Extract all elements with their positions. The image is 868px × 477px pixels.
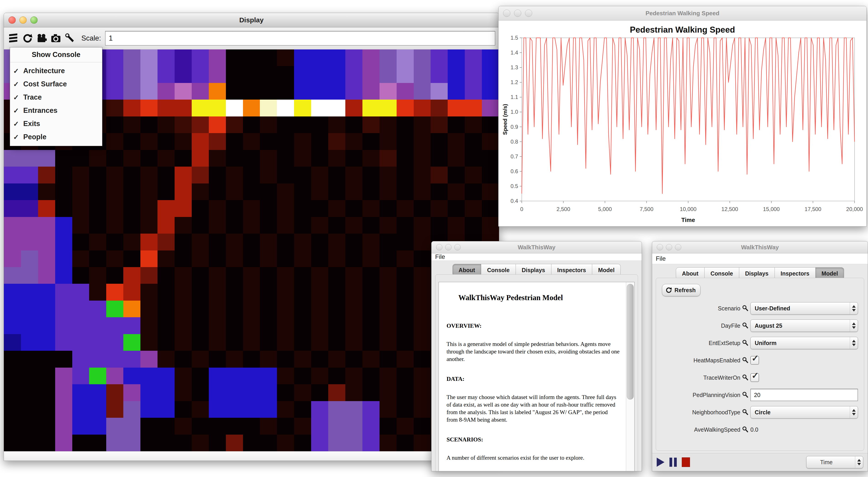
- menu-item-exits[interactable]: ✓Exits: [10, 117, 102, 130]
- heatmap-cell: [379, 117, 397, 133]
- minimize-button[interactable]: [20, 17, 27, 24]
- heatmap-cell: [21, 317, 38, 334]
- svg-text:0.9: 0.9: [510, 124, 518, 130]
- inspect-probe-icon[interactable]: [740, 426, 750, 433]
- dayfile-select[interactable]: August 25: [750, 320, 858, 332]
- menu-item-people[interactable]: ✓People: [10, 130, 102, 144]
- inspect-probe-icon[interactable]: [740, 322, 750, 329]
- heatmap-cell: [106, 267, 123, 284]
- close-button[interactable]: [436, 244, 442, 251]
- close-button[interactable]: [657, 244, 663, 251]
- close-button[interactable]: [503, 9, 510, 17]
- zoom-button[interactable]: [525, 9, 532, 17]
- heatmap-cell: [192, 267, 209, 284]
- heatmap-cell: [397, 167, 414, 183]
- heatmap-cell: [311, 100, 328, 116]
- heatmap-cell: [123, 267, 141, 284]
- pedplanningvision-input[interactable]: 20: [750, 389, 858, 401]
- file-menu[interactable]: File: [656, 255, 666, 262]
- heatmap-cell: [157, 351, 175, 368]
- heatmap-cell: [106, 117, 123, 133]
- heatmap-cell: [243, 66, 260, 83]
- field-row-pedplanningvision: PedPlanningVision20: [658, 389, 858, 401]
- heatmap-cell: [311, 150, 328, 167]
- menu-item-show-console[interactable]: Show Console: [10, 47, 102, 62]
- heatmap-cell: [38, 251, 55, 267]
- file-menu[interactable]: File: [435, 253, 445, 260]
- neighborhoodtype-select[interactable]: Circle: [750, 406, 858, 418]
- scale-input[interactable]: 1: [105, 31, 495, 45]
- heatmap-cell: [209, 401, 226, 418]
- movie-camera-icon[interactable]: [36, 32, 48, 44]
- heatmap-cell: [260, 418, 277, 434]
- heatmap-cell: [72, 334, 89, 351]
- svg-text:1.3: 1.3: [510, 64, 518, 70]
- heatmapsenabled-checkbox[interactable]: ✓: [750, 356, 759, 364]
- heatmap-cell: [482, 184, 499, 200]
- zoom-button[interactable]: [675, 244, 681, 251]
- heatmap-cell: [294, 184, 311, 200]
- heatmap-cell: [175, 117, 192, 133]
- menu-item-architecture[interactable]: ✓Architecture: [10, 64, 102, 77]
- heatmap-cell: [4, 217, 21, 233]
- pause-button[interactable]: [670, 457, 677, 467]
- zoom-button[interactable]: [30, 17, 38, 24]
- minimize-button[interactable]: [445, 244, 452, 251]
- zoom-button[interactable]: [454, 244, 461, 251]
- menu-item-trace[interactable]: ✓Trace: [10, 91, 102, 104]
- chart-titlebar[interactable]: Pedestrian Walking Speed: [498, 6, 866, 21]
- heatmap-cell: [431, 83, 448, 100]
- inspect-probe-icon[interactable]: [740, 357, 750, 364]
- heatmap-cell: [89, 184, 106, 200]
- entextsetup-select[interactable]: Uniform: [750, 337, 858, 349]
- minimize-button[interactable]: [514, 9, 521, 17]
- tracewriteron-checkbox[interactable]: ✓: [750, 373, 759, 382]
- about-titlebar[interactable]: WalkThisWay: [432, 241, 642, 253]
- heatmap-cell: [363, 83, 379, 100]
- heatmap-cell: [294, 267, 311, 284]
- time-selector-value: Time: [820, 459, 855, 466]
- time-display-selector[interactable]: Time: [806, 456, 863, 468]
- heatmap-cell: [260, 233, 277, 250]
- scenario-select[interactable]: User-Defined: [750, 302, 858, 315]
- model-window-title: WalkThisWay: [741, 244, 779, 251]
- menu-item-cost-surface[interactable]: ✓Cost Surface: [10, 77, 102, 91]
- inspect-probe-icon[interactable]: [740, 305, 750, 312]
- scrollbar-thumb[interactable]: [627, 284, 634, 400]
- heatmap-cell: [345, 117, 363, 133]
- inspect-probe-icon[interactable]: [740, 409, 750, 416]
- heatmap-cell: [55, 184, 72, 200]
- heatmap-cell: [363, 66, 379, 83]
- heatmap-cell: [277, 351, 294, 368]
- heatmap-cell: [106, 217, 123, 233]
- minimize-button[interactable]: [666, 244, 672, 251]
- heatmap-cell: [345, 401, 363, 418]
- stop-button[interactable]: [682, 457, 690, 467]
- play-button[interactable]: [657, 457, 664, 467]
- inspect-probe-icon[interactable]: [740, 391, 750, 399]
- close-button[interactable]: [8, 17, 16, 24]
- about-panel: WalkThisWay Pedestrian ModelOVERVIEW:Thi…: [435, 275, 638, 471]
- menu-item-entrances[interactable]: ✓Entrances: [10, 104, 102, 117]
- heatmap-cell: [482, 217, 499, 233]
- snapshot-camera-icon[interactable]: [50, 32, 62, 44]
- heatmap-cell: [38, 150, 55, 167]
- refresh-icon[interactable]: [22, 32, 33, 44]
- layers-icon[interactable]: [7, 32, 20, 44]
- refresh-button[interactable]: Refresh: [662, 284, 701, 296]
- inspect-probe-icon[interactable]: [740, 340, 750, 346]
- field-label: PedPlanningVision: [658, 392, 740, 399]
- menu-item-label: People: [23, 133, 46, 141]
- heatmap-cell: [345, 167, 363, 183]
- model-titlebar[interactable]: WalkThisWay: [652, 241, 868, 253]
- display-toolbar: Scale: 1: [4, 27, 499, 50]
- heatmap-cell: [4, 267, 21, 284]
- scrollbar[interactable]: [626, 282, 634, 471]
- wrench-icon[interactable]: [64, 32, 76, 44]
- heatmap-cell: [55, 150, 72, 167]
- heatmap-cell: [294, 200, 311, 217]
- display-titlebar[interactable]: Display: [4, 13, 499, 27]
- heatmap-cell: [311, 418, 328, 434]
- inspect-probe-icon[interactable]: [740, 374, 750, 381]
- heatmap-cell: [38, 284, 55, 300]
